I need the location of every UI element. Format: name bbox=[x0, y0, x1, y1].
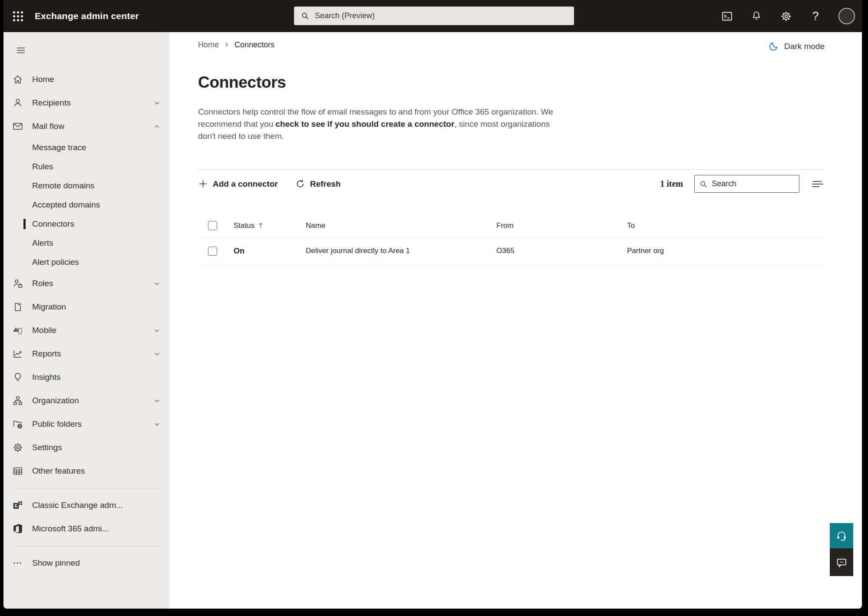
nav-divider bbox=[12, 488, 161, 488]
question-mark-icon: ? bbox=[812, 10, 818, 22]
plus-icon bbox=[198, 179, 208, 189]
global-search-box[interactable] bbox=[294, 7, 574, 25]
sidebar-item-classic-exchange[interactable]: E Classic Exchange adm... bbox=[3, 494, 169, 517]
nav-collapse-button[interactable] bbox=[11, 42, 30, 59]
sidebar-item-other-features[interactable]: Other features bbox=[3, 459, 169, 483]
moon-icon bbox=[769, 41, 779, 52]
column-header-from[interactable]: From bbox=[496, 221, 627, 230]
sidebar-item-label: Alerts bbox=[32, 238, 161, 248]
document-arrow-icon bbox=[12, 301, 23, 313]
row-checkbox[interactable] bbox=[208, 247, 217, 256]
sidebar-item-migration[interactable]: Migration bbox=[3, 295, 169, 319]
sidebar-item-organization[interactable]: Organization bbox=[3, 389, 169, 412]
refresh-button[interactable]: Refresh bbox=[295, 179, 341, 189]
sidebar-item-label: Mobile bbox=[32, 326, 153, 335]
sidebar-item-reports[interactable]: Reports bbox=[3, 342, 169, 366]
sidebar-item-label: Migration bbox=[32, 302, 161, 312]
org-chart-icon bbox=[12, 395, 23, 406]
settings-button[interactable] bbox=[779, 10, 792, 23]
table-row[interactable]: On Deliver journal directly to Area 1 O3… bbox=[198, 238, 825, 264]
global-search-input[interactable] bbox=[315, 11, 568, 20]
app-launcher-icon bbox=[13, 11, 23, 21]
search-icon bbox=[300, 11, 310, 20]
sidebar-item-message-trace[interactable]: Message trace bbox=[3, 138, 169, 157]
refresh-label: Refresh bbox=[310, 179, 341, 189]
filter-lines-icon bbox=[811, 179, 824, 189]
mail-icon bbox=[12, 121, 23, 132]
sidebar-item-label: Connectors bbox=[32, 219, 161, 229]
chevron-down-icon bbox=[153, 397, 161, 405]
sidebar-item-recipients[interactable]: Recipients bbox=[3, 91, 169, 115]
terminal-icon bbox=[721, 10, 733, 22]
sidebar-item-home[interactable]: Home bbox=[3, 68, 169, 91]
cloud-shell-button[interactable] bbox=[720, 10, 733, 23]
sidebar-item-accepted-domains[interactable]: Accepted domains bbox=[3, 195, 169, 214]
person-badge-icon bbox=[12, 278, 23, 289]
chevron-down-icon bbox=[153, 99, 161, 107]
feedback-button[interactable] bbox=[830, 548, 853, 576]
connector-name[interactable]: Deliver journal directly to Area 1 bbox=[306, 247, 496, 255]
sidebar-item-mobile[interactable]: Mobile bbox=[3, 319, 169, 342]
sidebar-item-connectors[interactable]: Connectors bbox=[3, 214, 169, 234]
main-content: Home Connectors Dark mode Connectors Con… bbox=[169, 32, 862, 609]
connector-from: O365 bbox=[496, 247, 627, 255]
list-search-box[interactable] bbox=[694, 175, 799, 193]
home-icon bbox=[12, 74, 23, 85]
sidebar-item-insights[interactable]: Insights bbox=[3, 366, 169, 389]
line-chart-icon bbox=[12, 348, 23, 359]
dark-mode-toggle[interactable]: Dark mode bbox=[769, 41, 825, 52]
sidebar-item-alerts[interactable]: Alerts bbox=[3, 234, 169, 253]
page-description: Connectors help control the flow of emai… bbox=[198, 106, 563, 142]
app-launcher-button[interactable] bbox=[8, 0, 28, 32]
sort-ascending-icon bbox=[257, 222, 264, 229]
select-all-checkbox[interactable] bbox=[208, 221, 217, 230]
column-header-status[interactable]: Status bbox=[234, 221, 306, 230]
app-window: Exchange admin center ? bbox=[3, 0, 862, 609]
sidebar-item-roles[interactable]: Roles bbox=[3, 272, 169, 295]
list-toolbar: Add a connector Refresh 1 item bbox=[198, 169, 825, 198]
create-connector-link[interactable]: check to see if you should create a conn… bbox=[275, 119, 454, 128]
table-grid-icon bbox=[12, 465, 23, 477]
folder-globe-icon bbox=[12, 418, 23, 430]
sidebar-item-label: Microsoft 365 admi... bbox=[32, 524, 161, 534]
sidebar-item-settings[interactable]: Settings bbox=[3, 436, 169, 459]
app-title: Exchange admin center bbox=[35, 11, 139, 21]
ellipsis-icon bbox=[12, 557, 23, 569]
chevron-down-icon bbox=[153, 350, 161, 358]
connector-to: Partner org bbox=[627, 247, 825, 255]
lightbulb-icon bbox=[12, 372, 23, 383]
connector-status: On bbox=[234, 247, 306, 256]
sidebar-item-rules[interactable]: Rules bbox=[3, 157, 169, 176]
breadcrumb-home-link[interactable]: Home bbox=[198, 40, 219, 49]
sidebar-item-public-folders[interactable]: Public folders bbox=[3, 412, 169, 436]
svg-text:E: E bbox=[15, 504, 18, 508]
bell-icon bbox=[751, 10, 762, 22]
sidebar-item-mail-flow[interactable]: Mail flow bbox=[3, 115, 169, 138]
account-avatar[interactable] bbox=[838, 8, 855, 24]
sidebar-item-remote-domains[interactable]: Remote domains bbox=[3, 176, 169, 195]
help-button[interactable]: ? bbox=[809, 10, 822, 23]
column-header-to[interactable]: To bbox=[627, 221, 825, 230]
dark-mode-label: Dark mode bbox=[784, 42, 825, 51]
sidebar-item-show-pinned[interactable]: Show pinned bbox=[3, 551, 169, 575]
filter-button[interactable] bbox=[811, 177, 825, 191]
sidebar-item-alert-policies[interactable]: Alert policies bbox=[3, 253, 169, 272]
sidebar-item-label: Roles bbox=[32, 279, 153, 288]
chat-bubble-icon bbox=[835, 556, 848, 568]
list-search-input[interactable] bbox=[712, 179, 795, 188]
support-button[interactable] bbox=[830, 523, 853, 548]
notifications-button[interactable] bbox=[750, 10, 763, 23]
column-header-name[interactable]: Name bbox=[306, 221, 496, 230]
nav-list: Home Recipients Mail flow Message trace … bbox=[3, 68, 169, 575]
connectors-table: Status Name From To On Deliver journal d… bbox=[198, 214, 825, 264]
support-button-stack bbox=[830, 523, 853, 576]
breadcrumb-separator-icon bbox=[223, 41, 230, 48]
column-header-label: Status bbox=[234, 221, 254, 230]
add-connector-button[interactable]: Add a connector bbox=[198, 179, 278, 189]
nav-divider bbox=[12, 546, 161, 546]
sidebar-item-label: Accepted domains bbox=[32, 200, 161, 210]
sidebar-item-m365-admin[interactable]: Microsoft 365 admi... bbox=[3, 517, 169, 540]
chevron-up-icon bbox=[153, 122, 161, 130]
breadcrumb-current: Connectors bbox=[234, 40, 274, 49]
sidebar-item-label: Message trace bbox=[32, 143, 161, 152]
